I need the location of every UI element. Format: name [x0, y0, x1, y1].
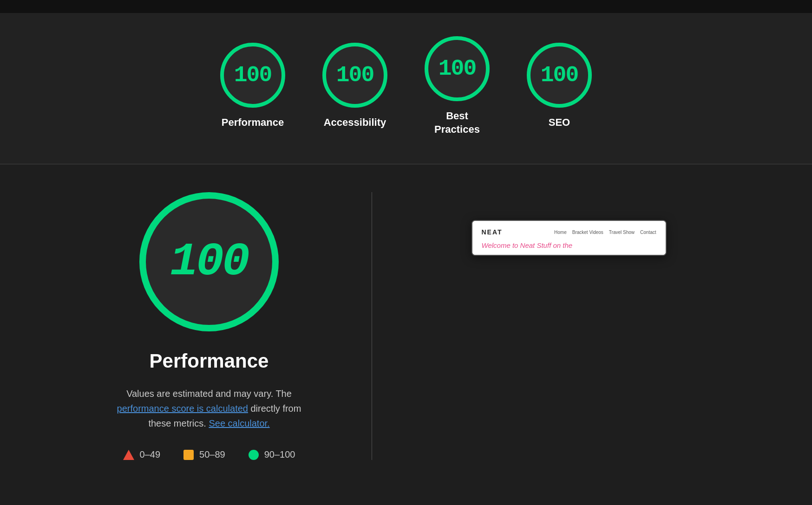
square-icon — [183, 450, 194, 460]
preview-headline-start: Welcome to — [482, 241, 520, 249]
score-value-accessibility: 100 — [336, 63, 373, 88]
score-item-performance[interactable]: 100 Performance — [220, 43, 285, 129]
score-item-accessibility[interactable]: 100 Accessibility — [322, 43, 387, 129]
score-label-accessibility: Accessibility — [324, 116, 386, 129]
legend-range-fail: 0–49 — [140, 449, 161, 460]
description-start: Values are estimated and may vary. The — [126, 388, 292, 399]
preview-links: Home Bracket Videos Travel Show Contact — [554, 230, 656, 235]
preview-nav-bracket: Bracket Videos — [572, 230, 603, 235]
large-score-number: 100 — [170, 236, 248, 288]
large-score-circle: 100 — [139, 192, 279, 331]
legend-range-average: 50–89 — [199, 449, 225, 460]
preview-headline-link: Neat Stuff on the — [520, 241, 573, 249]
preview-logo: NEAT — [482, 228, 503, 236]
score-circle-performance: 100 — [220, 43, 285, 108]
vertical-divider — [372, 192, 372, 460]
right-panel: NEAT Home Bracket Videos Travel Show Con… — [419, 192, 719, 460]
score-circle-best-practices: 100 — [425, 36, 490, 101]
performance-score-link[interactable]: performance score is calculated — [117, 403, 248, 414]
score-label-seo: SEO — [549, 116, 570, 129]
scores-section: 100 Performance 100 Accessibility 100 Be… — [0, 13, 812, 164]
top-bar — [0, 0, 812, 13]
legend-item-pass: 90–100 — [249, 449, 295, 460]
score-label-best-practices: BestPractices — [434, 110, 480, 136]
preview-nav-contact: Contact — [640, 230, 656, 235]
preview-nav-home: Home — [554, 230, 567, 235]
left-panel: 100 Performance Values are estimated and… — [93, 192, 325, 460]
score-item-seo[interactable]: 100 SEO — [527, 43, 592, 129]
detail-section: 100 Performance Values are estimated and… — [0, 164, 812, 488]
score-circle-accessibility: 100 — [322, 43, 387, 108]
legend-item-fail: 0–49 — [123, 449, 161, 460]
score-circle-seo: 100 — [527, 43, 592, 108]
score-value-seo: 100 — [541, 63, 578, 88]
preview-nav: NEAT Home Bracket Videos Travel Show Con… — [482, 228, 656, 236]
score-label-performance: Performance — [222, 116, 284, 129]
legend: 0–49 50–89 90–100 — [123, 449, 295, 460]
website-preview: NEAT Home Bracket Videos Travel Show Con… — [471, 220, 667, 256]
description-text: Values are estimated and may vary. The p… — [105, 386, 314, 431]
calculator-link[interactable]: See calculator. — [209, 418, 269, 428]
triangle-icon — [123, 450, 134, 460]
preview-nav-travel: Travel Show — [609, 230, 635, 235]
detail-title: Performance — [150, 350, 269, 372]
score-value-performance: 100 — [234, 63, 271, 88]
legend-range-pass: 90–100 — [264, 449, 295, 460]
score-item-best-practices[interactable]: 100 BestPractices — [425, 36, 490, 136]
preview-headline: Welcome to Neat Stuff on the — [482, 241, 656, 249]
circle-icon — [249, 450, 259, 460]
score-value-best-practices: 100 — [439, 56, 476, 81]
preview-inner: NEAT Home Bracket Videos Travel Show Con… — [472, 221, 666, 255]
legend-item-average: 50–89 — [183, 449, 225, 460]
